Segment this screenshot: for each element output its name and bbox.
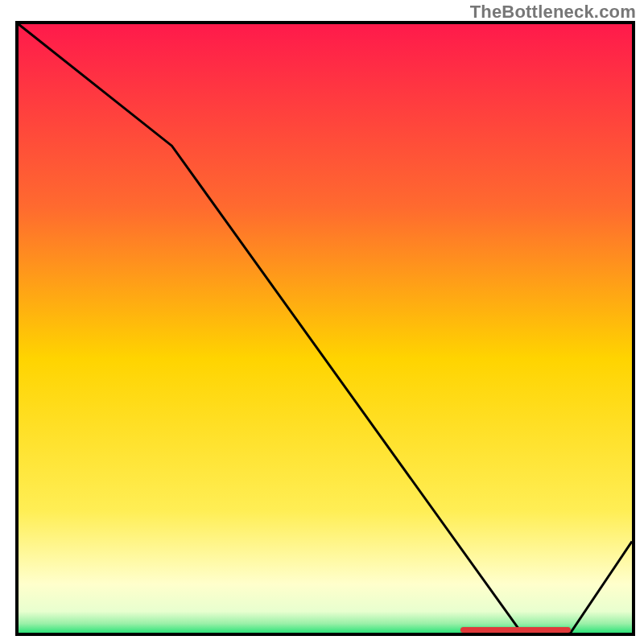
chart-plot-area (15, 21, 635, 636)
watermark-text: TheBottleneck.com (470, 2, 636, 23)
optimal-range-marker (460, 627, 571, 633)
chart-stage: TheBottleneck.com (0, 0, 644, 644)
bottleneck-curve (19, 24, 632, 633)
